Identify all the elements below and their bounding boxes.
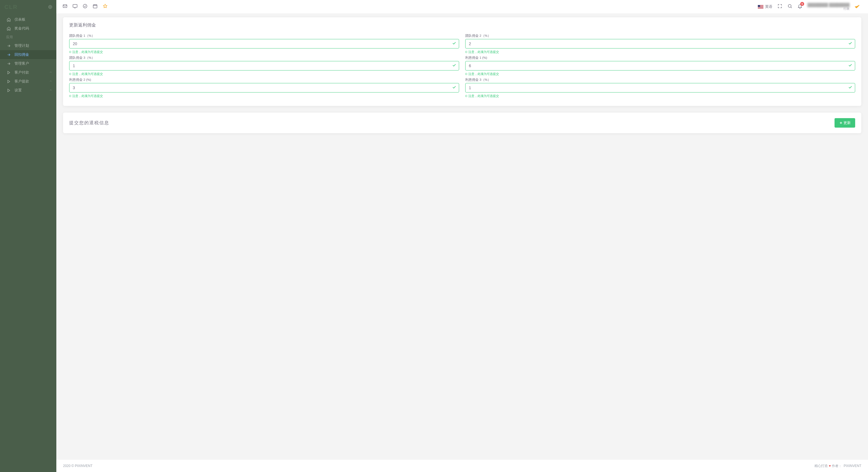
language-switch[interactable]: 英语: [758, 4, 772, 9]
optional-hint: 注意，此项为可选提交: [465, 94, 855, 98]
optional-hint: 注意，此项为可选提交: [69, 94, 459, 98]
field-label: 团队佣金 1（%）: [69, 34, 459, 38]
svg-point-0: [49, 5, 52, 9]
svg-point-1: [50, 6, 51, 7]
nav-label: 客户提款: [14, 79, 49, 84]
nav-item-bonus-code[interactable]: 奖金代码: [0, 24, 56, 33]
check-icon: [848, 41, 852, 46]
team-commission-1-input[interactable]: [69, 39, 459, 48]
nav-section-label: 应用: [6, 35, 13, 40]
card-body: 团队佣金 1（%） 注意，此项为可选提交 团队佣金 2（%）: [63, 31, 861, 106]
user-menu[interactable]: ████████ ████████ 行政: [807, 2, 862, 11]
optional-hint: 注意，此项为可选提交: [465, 50, 855, 54]
field-interest-commission-3: 利息佣金 3（%） 注意，此项为可选提交: [465, 78, 855, 100]
plus-icon: [839, 121, 843, 125]
field-interest-commission-1: 利息佣金 1 (%) 注意，此项为可选提交: [465, 56, 855, 78]
nav-label: 管理客户: [14, 61, 53, 66]
input-wrap: [69, 83, 459, 93]
sidebar: CLR 仪表板 奖金代码 应用 管理计划 回扣佣金 管理客户: [0, 0, 56, 472]
input-wrap: [465, 61, 855, 70]
hint-dot-icon: [465, 73, 467, 75]
footer-left: 2020 © PIXINVENT: [63, 464, 93, 468]
svg-point-5: [788, 4, 791, 7]
nav-item-dashboard[interactable]: 仪表板: [0, 15, 56, 24]
footer-right: 精心打造 ♥ 作者： PIXINVENT: [814, 464, 861, 468]
nav-item-manage-customer[interactable]: 管理客户: [0, 59, 56, 68]
nav-label: 客户付款: [14, 70, 49, 75]
arrow-right-icon: [6, 44, 11, 48]
svg-point-3: [83, 4, 87, 8]
check-icon: [452, 85, 456, 91]
nav-item-settings[interactable]: 设置: [0, 86, 56, 95]
optional-hint: 注意，此项为可选提交: [69, 72, 459, 76]
nav-item-customer-withdraw[interactable]: 客户提款: [0, 77, 56, 86]
check-icon: [848, 85, 852, 91]
hint-dot-icon: [69, 51, 71, 53]
field-label: 利息佣金 2 (%): [69, 78, 459, 82]
heart-icon: ♥: [829, 464, 831, 468]
team-commission-2-input[interactable]: [465, 39, 855, 48]
hint-text: 注意，此项为可选提交: [468, 50, 499, 54]
field-label: 团队佣金 2（%）: [465, 34, 855, 38]
arrow-right-icon: [6, 62, 11, 66]
check-icon: [848, 63, 852, 69]
notifications-icon[interactable]: 5: [798, 4, 802, 10]
notification-badge: 5: [800, 2, 804, 6]
card-title: 更新返利佣金: [63, 17, 861, 31]
nav-section-apps: 应用: [0, 33, 56, 41]
input-wrap: [465, 39, 855, 48]
search-icon[interactable]: [787, 4, 793, 10]
card-rebate-commission: 更新返利佣金 团队佣金 1（%） 注意，此项为可选提交 团队佣金 2（%）: [63, 17, 861, 106]
input-wrap: [69, 61, 459, 70]
footer-author: PIXINVENT: [844, 464, 861, 468]
optional-hint: 注意，此项为可选提交: [465, 72, 855, 76]
interest-commission-2-input[interactable]: [69, 83, 459, 93]
hint-text: 注意，此项为可选提交: [72, 94, 103, 98]
field-label: 团队佣金 3（%）: [69, 56, 459, 60]
field-label: 利息佣金 1 (%): [465, 56, 855, 60]
input-wrap: [69, 39, 459, 48]
brand-logo: CLR: [4, 4, 18, 10]
language-label: 英语: [765, 4, 772, 9]
chat-icon[interactable]: [72, 4, 78, 10]
calendar-icon[interactable]: [93, 4, 98, 10]
page-content: 更新返利佣金 团队佣金 1（%） 注意，此项为可选提交 团队佣金 2（%）: [56, 13, 868, 460]
interest-commission-3-input[interactable]: [465, 83, 855, 93]
mail-icon[interactable]: [62, 4, 67, 10]
nav-label: 管理计划: [14, 43, 53, 48]
optional-hint: 注意，此项为可选提交: [69, 50, 459, 54]
topbar: 英语 5 ████████ ████████ 行政: [56, 0, 868, 13]
collapse-target-icon[interactable]: [48, 5, 53, 9]
play-icon: [6, 70, 11, 75]
nav-item-manage-plan[interactable]: 管理计划: [0, 41, 56, 50]
fullscreen-icon[interactable]: [777, 4, 782, 10]
home-icon: [6, 27, 11, 31]
field-team-commission-2: 团队佣金 2（%） 注意，此项为可选提交: [465, 34, 855, 56]
field-team-commission-3: 团队佣金 3（%） 注意，此项为可选提交: [69, 56, 459, 78]
chevron-up-icon: [49, 88, 53, 93]
nav-item-rebate-commission[interactable]: 回扣佣金: [0, 50, 56, 59]
brand-row: CLR: [0, 0, 56, 14]
play-icon: [6, 79, 11, 83]
hint-dot-icon: [465, 51, 467, 53]
team-commission-3-input[interactable]: [69, 61, 459, 70]
footer: 2020 © PIXINVENT 精心打造 ♥ 作者： PIXINVENT: [56, 460, 868, 472]
hint-text: 注意，此项为可选提交: [72, 50, 103, 54]
nav-label: 设置: [14, 88, 49, 93]
hint-dot-icon: [465, 95, 467, 97]
svg-rect-4: [93, 5, 97, 8]
nav-label: 奖金代码: [14, 26, 53, 31]
input-wrap: [465, 83, 855, 93]
submit-title: 提交您的退税信息: [69, 120, 109, 126]
us-flag-icon: [758, 5, 764, 9]
arrow-right-icon: [6, 53, 11, 57]
check-circle-icon[interactable]: [83, 4, 88, 10]
star-icon[interactable]: [103, 4, 108, 10]
nav-primary: 仪表板 奖金代码 应用 管理计划 回扣佣金 管理客户 客户付款 客户提款: [0, 14, 56, 95]
update-button[interactable]: 更新: [835, 118, 855, 128]
nav-item-customer-payment[interactable]: 客户付款: [0, 68, 56, 77]
footer-crafted: 精心打造: [814, 464, 828, 468]
chevron-up-icon: [49, 70, 53, 75]
hint-dot-icon: [69, 73, 71, 75]
interest-commission-1-input[interactable]: [465, 61, 855, 70]
